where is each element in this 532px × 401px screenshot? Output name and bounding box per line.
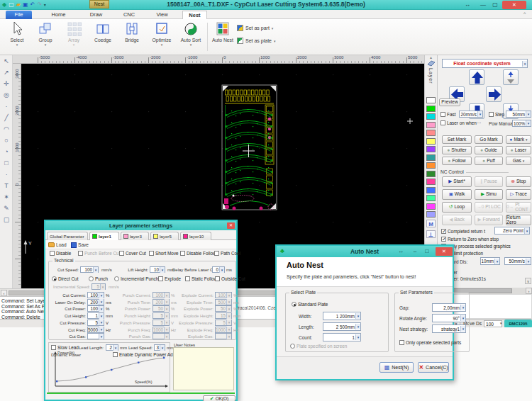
layer-color-swatch[interactable]: [426, 97, 436, 103]
layer-dialog-close-icon[interactable]: ✕: [227, 222, 235, 229]
flag-disable[interactable]: Disable: [50, 251, 71, 256]
polygon-tool-icon[interactable]: ✶: [1, 192, 12, 203]
save-button[interactable]: Save: [71, 241, 89, 249]
layer-color-swatch[interactable]: [426, 162, 436, 169]
inc-speed-dropdown[interactable]: 5▾: [92, 283, 106, 290]
panel-scroll-down-icon[interactable]: ∨: [525, 278, 531, 284]
param-dropdown[interactable]: 100▾: [153, 292, 170, 298]
fast-speed-dropdown[interactable]: 20mm/s▾: [459, 111, 483, 118]
point-tool-icon[interactable]: ∙: [1, 169, 12, 180]
laser-button[interactable]: ●Laser: [506, 146, 531, 154]
layer-color-swatch[interactable]: [426, 187, 436, 193]
lead-length-dropdown[interactable]: 2▾: [106, 344, 118, 351]
mode-direct-cut[interactable]: Direct Cut: [52, 276, 78, 281]
ribbon-button-set-as-plate[interactable]: Set as plate▾: [237, 35, 299, 46]
tab-home[interactable]: Home: [45, 11, 72, 19]
load-button[interactable]: Load: [48, 241, 67, 249]
laser-on-checkbox[interactable]: Laser on when···: [440, 120, 481, 125]
tab-draw[interactable]: Draw: [84, 11, 109, 19]
step-dropdown[interactable]: 50mm▾: [506, 111, 531, 118]
param-dropdown-1[interactable]: 90°▾: [432, 314, 466, 322]
mode-punch[interactable]: Punch: [89, 276, 108, 281]
pan-tool-icon[interactable]: ✛: [1, 79, 12, 89]
ribbon-button-select[interactable]: Select▾: [4, 21, 30, 53]
param-dropdown[interactable]: 200▾: [87, 299, 104, 305]
layer-tab-layer3[interactable]: layer3: [121, 232, 149, 240]
tab-view[interactable]: View: [150, 11, 174, 19]
set-mark-button[interactable]: Set Mark: [442, 135, 472, 144]
mapping-icon[interactable]: M: [426, 220, 436, 227]
rect-tool-icon[interactable]: □: [1, 158, 12, 169]
scroll-right-icon[interactable]: ›: [526, 288, 532, 294]
slow-lead-checkbox[interactable]: Slow Lead: [51, 345, 79, 350]
text-tool-icon[interactable]: T: [1, 181, 12, 191]
param-dropdown-0[interactable]: 2,00mm▾: [432, 303, 466, 312]
layer-color-swatch[interactable]: [426, 130, 436, 136]
param-dropdown[interactable]: 1000▾: [153, 327, 170, 333]
plate-dropdown-2[interactable]: 1▾: [323, 333, 361, 341]
plate-dropdown-0[interactable]: 1 200mm▾: [323, 312, 361, 320]
layer-dialog-titlebar[interactable]: Layer parameter settings: [45, 221, 236, 230]
param-dropdown[interactable]: 50▾: [153, 305, 170, 312]
layer-color-swatch[interactable]: [426, 154, 436, 161]
param-dropdown[interactable]: 100▾: [87, 305, 104, 312]
tab-cnc[interactable]: CNC: [118, 11, 140, 19]
param-dropdown[interactable]: 1▾: [87, 312, 104, 319]
dialog-pin-icon[interactable]: ↔: [396, 247, 406, 256]
layer-tab-global-parameter[interactable]: Global Parameter: [47, 232, 88, 240]
start--button[interactable]: ▶Start*: [442, 176, 472, 187]
plate-on-screen-radio[interactable]: Plate specified on screen: [290, 344, 347, 349]
drafting-icon[interactable]: ⊥: [426, 230, 436, 238]
layer-color-swatch[interactable]: [426, 106, 436, 112]
param-dropdown[interactable]: 50▾: [215, 305, 232, 312]
param-dropdown[interactable]: 5000▾: [87, 327, 104, 333]
jog-right-button[interactable]: [486, 86, 501, 102]
cancel-button[interactable]: ✕ Cancel(C): [418, 362, 449, 373]
user-notes-box[interactable]: [173, 347, 234, 390]
dialog-close-icon[interactable]: ✕: [436, 247, 453, 256]
param-dropdown[interactable]: ▾: [153, 333, 170, 339]
simu-button[interactable]: ▶Simu: [475, 189, 503, 200]
style-button[interactable]: ↔: [462, 1, 472, 9]
fast-checkbox[interactable]: Fast: [440, 112, 455, 117]
param-dropdown[interactable]: 100▾: [215, 292, 232, 298]
ribbon-button-coedge[interactable]: Coedge: [89, 21, 116, 53]
tab-nest[interactable]: Nest: [182, 11, 207, 19]
minimize-button[interactable]: —: [478, 1, 488, 9]
layer-color-swatch[interactable]: [426, 122, 436, 128]
move-distance-dropdown-icon[interactable]: ▾: [500, 321, 502, 325]
layer-tab-layer1[interactable]: layer1: [89, 232, 119, 240]
ribbon-button-set-as-part[interactable]: Set as part▾: [237, 23, 299, 33]
return-zero-button[interactable]: Return Zero: [506, 215, 531, 225]
mark-button[interactable]: ●Mark▾: [506, 135, 531, 144]
param-dropdown[interactable]: ▾: [215, 333, 232, 339]
context-tab-chip[interactable]: Nest: [89, 0, 109, 9]
param-dropdown-2[interactable]: strategy1▾: [432, 324, 466, 333]
dialog-minimize-icon[interactable]: –: [410, 247, 420, 256]
layer-color-swatch[interactable]: [426, 113, 436, 120]
lead-speed-dropdown[interactable]: 3▾: [154, 344, 165, 351]
param-dropdown[interactable]: 5▾: [215, 320, 232, 326]
param-dropdown[interactable]: 1000▾: [215, 327, 232, 333]
flag-disable-follow[interactable]: Disable Follow: [180, 251, 216, 256]
back-button[interactable]: ◀Back: [442, 215, 472, 225]
tab-file[interactable]: File: [6, 11, 32, 19]
dialog-maximize-icon[interactable]: □: [422, 247, 432, 256]
param-dropdown[interactable]: ▾: [87, 333, 104, 339]
layer-tab-layer5[interactable]: layer5: [150, 232, 179, 240]
row1-dropdown-1[interactable]: 10▾: [150, 266, 165, 273]
pt-cont-button[interactable]: 0→Pt CONT: [506, 202, 531, 213]
forward-button[interactable]: ▶Forward: [475, 215, 503, 225]
circle-tool-icon[interactable]: ○: [1, 135, 12, 146]
guide-button[interactable]: ●Guide: [475, 146, 503, 154]
param-dropdown[interactable]: 200▾: [153, 299, 170, 305]
trace-button[interactable]: ▷Trace: [506, 189, 531, 200]
layer-color-swatch[interactable]: [426, 171, 436, 177]
row1-dropdown-2[interactable]: 0▾: [212, 266, 225, 273]
ok-button[interactable]: ✔OK(O): [203, 395, 235, 401]
plate-dropdown-1[interactable]: 2 500mm▾: [323, 322, 361, 331]
param-dropdown[interactable]: 5▾: [153, 320, 170, 326]
layer-color-swatch[interactable]: [426, 211, 436, 218]
eraser-icon[interactable]: [426, 60, 437, 67]
flag-short-move[interactable]: Short Move: [149, 251, 179, 256]
